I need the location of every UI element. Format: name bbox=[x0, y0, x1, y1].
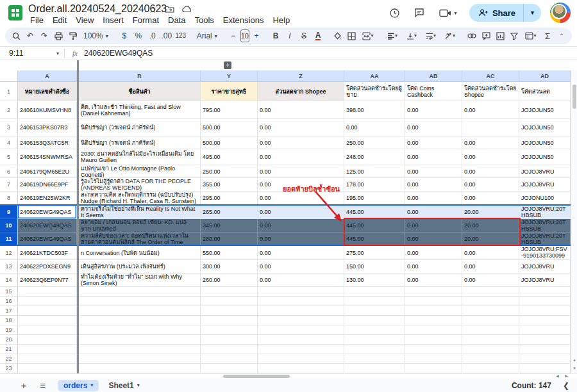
row-header-12[interactable]: 12 bbox=[0, 246, 18, 260]
row-header-9[interactable]: 9 bbox=[0, 205, 18, 219]
cell-Y12[interactable]: 550.00 bbox=[201, 246, 258, 260]
column-header-AB[interactable]: AB bbox=[405, 70, 462, 82]
cell-AA5[interactable]: 248.00 bbox=[344, 149, 405, 165]
cell-Z5[interactable]: 0.00 bbox=[258, 149, 344, 165]
menu-data[interactable]: Data bbox=[163, 14, 190, 26]
cell-AD16[interactable] bbox=[519, 297, 571, 306]
font-select[interactable]: Arial▾ bbox=[193, 29, 221, 43]
cell-AD5[interactable]: JOJOJUN50 bbox=[519, 149, 571, 165]
cell-A4[interactable]: 2406153Q3ATC5R bbox=[18, 136, 77, 149]
cell-R15[interactable] bbox=[79, 287, 201, 297]
cell-A12[interactable]: 240621KTDC503F bbox=[18, 246, 77, 260]
menu-help[interactable]: Help bbox=[268, 14, 294, 26]
cell-AD17[interactable] bbox=[519, 306, 571, 316]
text-wrap-icon[interactable]: ▾ bbox=[421, 29, 440, 43]
cell-R20[interactable] bbox=[79, 335, 201, 345]
print-icon[interactable] bbox=[51, 29, 65, 43]
cell-Z4[interactable]: 0.00 bbox=[258, 136, 344, 149]
cell-AD12[interactable]: JOJOJ8VRU;FSV-91901337300992 bbox=[519, 246, 571, 260]
undo-icon[interactable]: ↶ bbox=[23, 29, 37, 43]
cell-Z13[interactable]: 0.00 bbox=[258, 260, 344, 274]
cell-Z17[interactable] bbox=[258, 306, 344, 316]
cell-A9[interactable]: 240620EWG49QAS bbox=[18, 205, 77, 219]
expand-column-group-button[interactable]: + bbox=[224, 61, 231, 69]
cell-AA14[interactable]: 130.00 bbox=[344, 274, 405, 287]
cloud-status-icon[interactable] bbox=[182, 4, 192, 15]
header-cell-AA[interactable]: โค้ดส่วนลดชำระโดยผู้ขาย bbox=[344, 82, 405, 101]
cell-A11[interactable]: 240620EWG49QAS bbox=[18, 233, 77, 246]
cell-AC3[interactable] bbox=[462, 119, 519, 136]
cell-Z12[interactable]: 0.00 bbox=[258, 246, 344, 260]
column-header-Z[interactable]: Z bbox=[258, 70, 344, 82]
cell-A15[interactable] bbox=[18, 287, 77, 297]
formula-input[interactable]: 240620EWG49QAS bbox=[84, 49, 153, 58]
row-header-7[interactable]: 7 bbox=[0, 178, 18, 192]
cell-A18[interactable] bbox=[18, 316, 77, 325]
cell-R3[interactable]: นิติปรัชญา (วรเจตน์ ภาคีรัตน์) bbox=[79, 119, 201, 136]
vertical-align-icon[interactable]: ▾ bbox=[402, 29, 421, 43]
cell-AB13[interactable]: 0.00 bbox=[405, 260, 462, 274]
cell-AA9[interactable]: 445.00 bbox=[344, 205, 405, 219]
cell-AB19[interactable] bbox=[405, 325, 462, 335]
italic-button[interactable]: I bbox=[283, 29, 297, 43]
row-header-3[interactable]: 3 bbox=[0, 119, 18, 136]
cell-AC7[interactable]: 0.00 bbox=[462, 178, 519, 192]
cell-Y4[interactable]: 500.00 bbox=[201, 136, 258, 149]
cell-A17[interactable] bbox=[18, 306, 77, 316]
cell-AB8[interactable]: 0.00 bbox=[405, 192, 462, 205]
cell-AC17[interactable] bbox=[462, 306, 519, 316]
menu-edit[interactable]: Edit bbox=[48, 14, 71, 26]
row-header-13[interactable]: 13 bbox=[0, 260, 18, 274]
cell-A14[interactable]: 240623Q6EP0N77 bbox=[18, 274, 77, 287]
menu-tools[interactable]: Tools bbox=[190, 14, 218, 26]
cell-Z21[interactable] bbox=[258, 345, 344, 354]
cell-AA8[interactable]: 195.00 bbox=[344, 192, 405, 205]
cell-Y11[interactable]: 280.00 bbox=[201, 233, 258, 246]
cell-AC22[interactable] bbox=[462, 354, 519, 364]
cell-AC15[interactable] bbox=[462, 287, 519, 297]
row-header-22[interactable]: 22 bbox=[0, 354, 18, 364]
cell-R17[interactable] bbox=[79, 306, 201, 316]
cell-R16[interactable] bbox=[79, 297, 201, 306]
scroll-down-arrow[interactable]: ▼ bbox=[571, 364, 577, 372]
cell-AA18[interactable] bbox=[344, 316, 405, 325]
text-color-button[interactable]: A bbox=[311, 29, 325, 43]
column-header-AD[interactable]: AD bbox=[519, 70, 571, 82]
header-cell-R[interactable]: ชื่อสินค้า bbox=[79, 82, 201, 101]
cell-A2[interactable]: 240610KUMSVHN8 bbox=[18, 101, 77, 119]
decrease-decimals-icon[interactable]: .0 bbox=[146, 29, 160, 43]
status-count[interactable]: Count: 147 bbox=[512, 381, 551, 390]
menu-format[interactable]: Format bbox=[128, 14, 163, 26]
move-folder-icon[interactable] bbox=[165, 4, 174, 15]
row-header-21[interactable]: 21 bbox=[0, 345, 18, 354]
row-header-1[interactable]: 1 bbox=[0, 82, 18, 101]
cell-Y3[interactable]: 500.00 bbox=[201, 119, 258, 136]
cell-AB18[interactable] bbox=[405, 316, 462, 325]
cell-Y6[interactable]: 250.00 bbox=[201, 165, 258, 178]
vertical-scroll-thumb[interactable] bbox=[573, 85, 576, 109]
paint-format-icon[interactable] bbox=[65, 29, 79, 43]
cell-R18[interactable] bbox=[79, 316, 201, 325]
menu-view[interactable]: View bbox=[71, 14, 98, 26]
filter-views-icon[interactable]: ▾ bbox=[521, 29, 540, 43]
frozen-pane-divider[interactable] bbox=[77, 60, 79, 373]
cell-A5[interactable]: 2406154SNWMRSA bbox=[18, 149, 77, 165]
cell-Z16[interactable] bbox=[258, 297, 344, 306]
cell-AC19[interactable] bbox=[462, 325, 519, 335]
column-header-R[interactable]: R bbox=[79, 70, 201, 82]
cell-AB20[interactable] bbox=[405, 335, 462, 345]
cell-R22[interactable] bbox=[79, 354, 201, 364]
cell-Z14[interactable]: 0.00 bbox=[258, 274, 344, 287]
sheets-logo-icon[interactable] bbox=[8, 5, 22, 20]
cell-AC18[interactable] bbox=[462, 316, 519, 325]
cell-AC20[interactable] bbox=[462, 335, 519, 345]
add-sheet-icon[interactable]: + bbox=[17, 380, 31, 391]
format-currency-icon[interactable]: $ bbox=[117, 29, 131, 43]
horizontal-align-icon[interactable]: ▾ bbox=[383, 29, 402, 43]
font-size-increase-icon[interactable]: + bbox=[249, 29, 263, 43]
cell-Y10[interactable]: 345.00 bbox=[201, 219, 258, 233]
vertical-scrollbar[interactable]: ▲ ▼ bbox=[571, 70, 577, 373]
cell-Y7[interactable]: 355.00 bbox=[201, 178, 258, 192]
share-button[interactable]: Share ▼ bbox=[469, 4, 541, 22]
cell-R5[interactable]: 2030: อนาคตอันใกล้ไม่มีอะไรเหมือนเดิม โด… bbox=[79, 149, 201, 165]
